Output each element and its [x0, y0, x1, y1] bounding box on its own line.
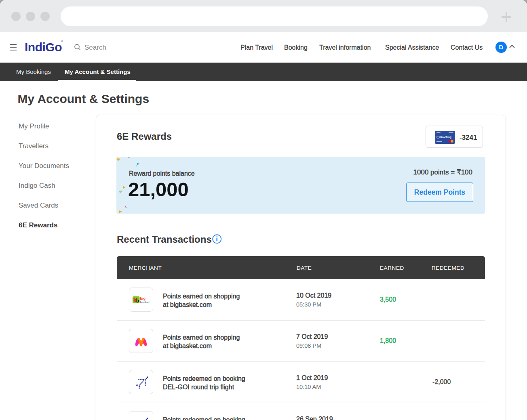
svg-text:basket: basket: [140, 300, 150, 304]
svg-text:big: big: [140, 296, 146, 300]
svg-text:Ko-ching: Ko-ching: [441, 136, 451, 139]
svg-text:b: b: [136, 297, 139, 304]
